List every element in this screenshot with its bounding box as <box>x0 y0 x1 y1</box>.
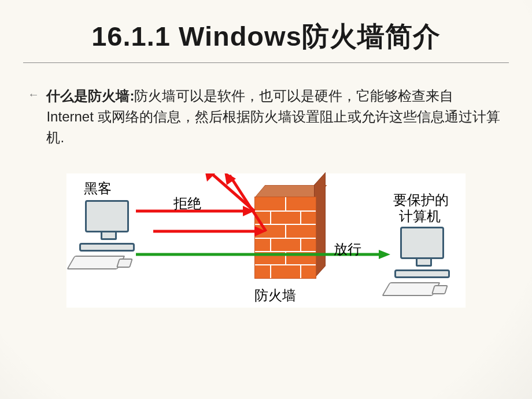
firewall-diagram: 黑客 <box>66 173 466 308</box>
bullet-text: 什么是防火墙:防火墙可以是软件，也可以是硬件，它能够检查来自 Internet … <box>46 86 503 148</box>
slide-title: 16.1.1 Windows防火墙简介 <box>0 19 532 55</box>
slide: 16.1.1 Windows防火墙简介 ← 什么是防火墙:防火墙可以是软件，也可… <box>0 0 532 399</box>
title-divider <box>23 62 509 63</box>
bullet-strong: 什么是防火墙: <box>46 88 134 104</box>
allow-label: 放行 <box>334 240 361 258</box>
arrows-svg <box>66 173 466 308</box>
allow-arrowhead-icon <box>379 250 390 259</box>
bullet-marker-icon: ← <box>28 88 39 101</box>
reject-label: 拒绝 <box>173 194 201 213</box>
bullet-item: ← 什么是防火墙:防火墙可以是软件，也可以是硬件，它能够检查来自 Interne… <box>28 86 507 148</box>
reject-bounce-2 <box>230 175 266 231</box>
